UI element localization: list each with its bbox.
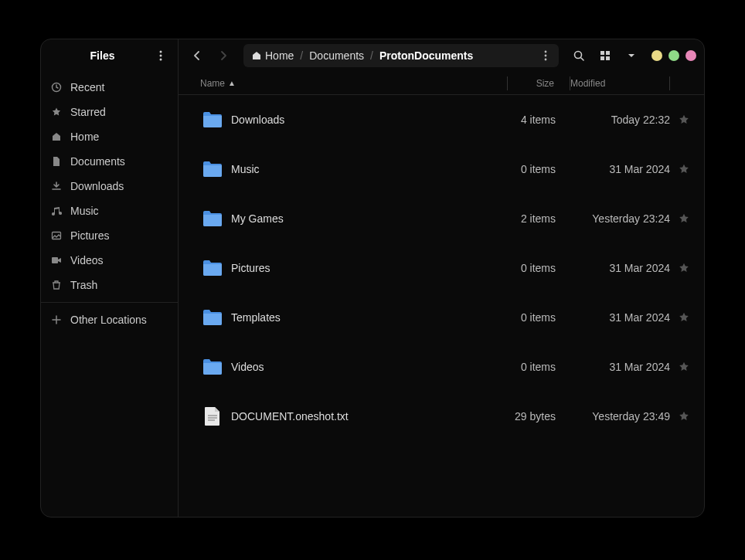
view-grid-button[interactable] — [594, 45, 616, 66]
sidebar-item-music[interactable]: Music — [41, 199, 178, 223]
svg-point-0 — [160, 51, 162, 53]
star-icon — [50, 107, 63, 117]
star-toggle[interactable] — [670, 163, 698, 175]
sidebar-other-locations[interactable]: Other Locations — [41, 307, 178, 332]
file-name: My Games — [225, 212, 509, 225]
home-icon — [251, 50, 262, 61]
sidebar-item-downloads[interactable]: Downloads — [41, 174, 178, 199]
file-size: 0 items — [509, 163, 571, 175]
breadcrumb-label: ProtonDocuments — [379, 49, 473, 62]
sidebar-item-starred[interactable]: Starred — [41, 100, 178, 124]
folder-icon — [200, 160, 225, 178]
file-list: Downloads 4 items Today 22:32 Music 0 it… — [179, 95, 704, 517]
file-size: 29 bytes — [509, 410, 571, 423]
sidebar-item-home[interactable]: Home — [41, 124, 178, 149]
file-size: 0 items — [509, 311, 571, 324]
file-name: Templates — [225, 311, 509, 324]
sidebar-item-label: Pictures — [70, 229, 110, 242]
file-modified: 31 Mar 2024 — [571, 163, 670, 175]
sidebar-item-videos[interactable]: Videos — [41, 248, 178, 273]
file-manager-window: Files Recent Starred Home Documents Down… — [40, 39, 705, 518]
forward-button[interactable] — [213, 45, 234, 66]
file-row[interactable]: Videos 0 items 31 Mar 2024 — [185, 342, 698, 392]
column-modified[interactable]: Modified — [570, 78, 669, 89]
breadcrumb-protondocuments[interactable]: ProtonDocuments — [376, 48, 476, 63]
column-name[interactable]: Name ▲ — [200, 78, 507, 89]
sidebar-header: Files — [41, 39, 178, 72]
search-button[interactable] — [568, 45, 590, 66]
breadcrumb-bar: Home/Documents/ProtonDocuments — [243, 44, 559, 67]
sidebar: Files Recent Starred Home Documents Down… — [41, 39, 179, 517]
file-name: Music — [225, 163, 509, 175]
column-name-label: Name — [200, 78, 225, 89]
sidebar-item-documents[interactable]: Documents — [41, 149, 178, 174]
svg-rect-10 — [600, 51, 604, 55]
minimize-button[interactable] — [651, 50, 662, 61]
video-icon — [50, 255, 63, 266]
chevron-down-icon — [627, 51, 636, 60]
sidebar-item-label: Recent — [70, 81, 104, 93]
star-toggle[interactable] — [670, 410, 698, 423]
folder-icon — [200, 308, 225, 327]
sidebar-item-trash[interactable]: Trash — [41, 273, 178, 297]
breadcrumb-home[interactable]: Home — [248, 48, 297, 63]
file-name: Videos — [225, 361, 509, 373]
file-size: 2 items — [509, 212, 571, 225]
svg-rect-5 — [52, 257, 58, 263]
file-row[interactable]: Downloads 4 items Today 22:32 — [185, 95, 698, 144]
view-options-button[interactable] — [621, 45, 642, 66]
music-icon — [50, 205, 63, 216]
file-row[interactable]: My Games 2 items Yesterday 23:24 — [185, 194, 698, 243]
file-modified: Yesterday 23:49 — [571, 410, 670, 423]
sidebar-other-label: Other Locations — [70, 314, 147, 326]
file-modified: 31 Mar 2024 — [571, 361, 670, 373]
sidebar-item-pictures[interactable]: Pictures — [41, 223, 178, 248]
star-toggle[interactable] — [670, 114, 698, 126]
close-button[interactable] — [685, 50, 696, 61]
svg-rect-11 — [606, 51, 610, 55]
folder-icon — [200, 209, 225, 228]
sidebar-item-recent[interactable]: Recent — [41, 75, 178, 100]
download-icon — [50, 181, 63, 192]
svg-rect-13 — [606, 56, 610, 60]
breadcrumb-documents[interactable]: Documents — [306, 48, 367, 63]
trash-icon — [50, 280, 63, 290]
file-modified: Today 22:32 — [571, 114, 670, 126]
star-toggle[interactable] — [670, 361, 698, 373]
file-row[interactable]: Music 0 items 31 Mar 2024 — [185, 144, 698, 194]
file-name: DOCUMENT.oneshot.txt — [225, 410, 509, 423]
main-area: Home/Documents/ProtonDocuments — [179, 39, 704, 517]
svg-rect-12 — [600, 56, 604, 60]
file-size: 4 items — [509, 114, 571, 126]
sidebar-item-label: Trash — [70, 279, 97, 291]
sidebar-item-label: Videos — [70, 254, 104, 266]
column-size[interactable]: Size — [508, 78, 570, 89]
clock-icon — [50, 82, 63, 93]
file-modified: 31 Mar 2024 — [571, 311, 670, 324]
file-name: Downloads — [225, 114, 509, 126]
file-row[interactable]: DOCUMENT.oneshot.txt 29 bytes Yesterday … — [185, 392, 698, 441]
plus-icon — [50, 314, 63, 325]
back-button[interactable] — [186, 45, 208, 66]
star-toggle[interactable] — [670, 262, 698, 274]
svg-point-2 — [160, 59, 162, 61]
file-row[interactable]: Templates 0 items 31 Mar 2024 — [185, 293, 698, 342]
sidebar-menu-button[interactable] — [151, 46, 170, 65]
arrow-left-icon — [191, 49, 203, 62]
svg-point-1 — [160, 55, 162, 57]
sidebar-list: Recent Starred Home Documents Downloads … — [41, 72, 178, 297]
picture-icon — [50, 230, 63, 241]
breadcrumb-label: Home — [265, 49, 294, 62]
breadcrumb-separator: / — [300, 49, 303, 62]
folder-icon — [200, 358, 225, 376]
file-size: 0 items — [509, 262, 571, 274]
star-toggle[interactable] — [670, 212, 698, 225]
text-file-icon — [200, 406, 225, 426]
window-controls — [651, 50, 696, 61]
breadcrumb-label: Documents — [309, 49, 364, 62]
document-icon — [50, 156, 63, 167]
star-toggle[interactable] — [670, 311, 698, 324]
breadcrumb-menu-button[interactable] — [537, 47, 554, 64]
maximize-button[interactable] — [668, 50, 679, 61]
file-row[interactable]: Pictures 0 items 31 Mar 2024 — [185, 243, 698, 293]
